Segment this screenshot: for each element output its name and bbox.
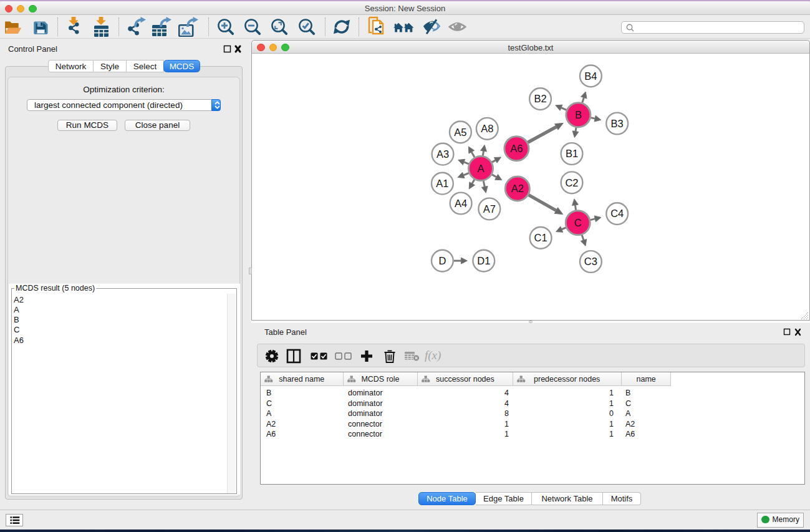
svg-text:A7: A7 xyxy=(483,203,496,215)
svg-text:C3: C3 xyxy=(584,256,597,267)
svg-text:B3: B3 xyxy=(611,118,624,129)
svg-text:C1: C1 xyxy=(534,232,547,243)
svg-text:A1: A1 xyxy=(436,178,448,189)
svg-text:A8: A8 xyxy=(481,123,493,134)
svg-text:C: C xyxy=(574,217,582,228)
svg-text:B2: B2 xyxy=(534,93,546,104)
svg-text:D: D xyxy=(438,255,446,266)
svg-text:A2: A2 xyxy=(511,183,524,194)
svg-text:A4: A4 xyxy=(455,198,467,209)
svg-text:A6: A6 xyxy=(510,143,523,154)
svg-text:B4: B4 xyxy=(584,70,597,82)
svg-text:A3: A3 xyxy=(436,148,449,160)
svg-text:C4: C4 xyxy=(610,208,624,219)
svg-text:B1: B1 xyxy=(566,148,578,159)
svg-text:A: A xyxy=(477,163,484,174)
svg-text:A5: A5 xyxy=(454,127,466,138)
svg-text:D1: D1 xyxy=(477,255,490,266)
svg-text:B: B xyxy=(575,109,582,120)
svg-text:C2: C2 xyxy=(565,177,578,188)
